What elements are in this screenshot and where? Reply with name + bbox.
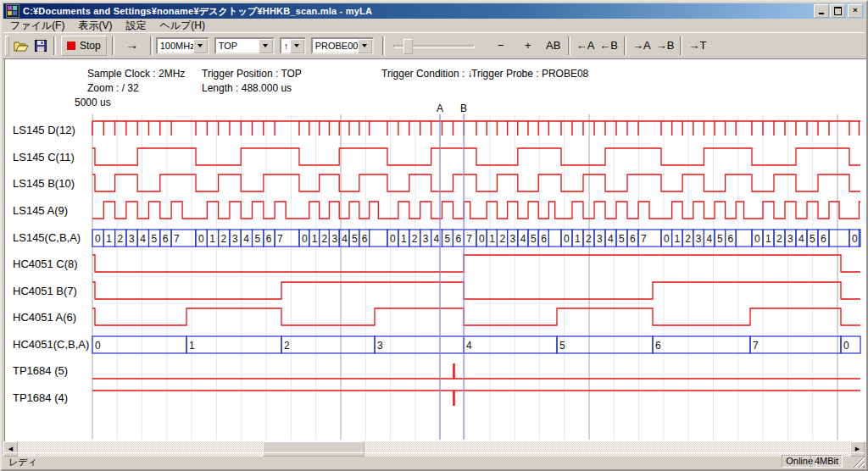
toolbar-grip[interactable] — [5, 36, 9, 56]
trigger-probe-select[interactable]: PROBE00 — [311, 37, 374, 54]
toolbar-separator — [680, 36, 682, 55]
stop-button[interactable]: Stop — [61, 36, 107, 56]
channel-label-3: LS145 A(9) — [13, 204, 68, 217]
menu-file[interactable]: ファイル(F) — [3, 18, 71, 34]
toolbar-separator — [53, 36, 56, 55]
maximize-button[interactable] — [830, 4, 845, 18]
window-title: C:¥Documents and Settings¥noname¥デスクトップ¥… — [23, 5, 813, 18]
trigger-edge-value: ↑ — [281, 41, 290, 51]
title-bar[interactable]: C:¥Documents and Settings¥noname¥デスクトップ¥… — [3, 3, 865, 19]
toolbar-separator — [382, 36, 385, 55]
waveform-client-area: Sample Clock : 2MHz Trigger Position : T… — [4, 58, 868, 442]
channel-label-2: LS145 B(10) — [13, 177, 75, 190]
stop-icon — [67, 42, 75, 50]
channel-label-6: HC4051 B(7) — [13, 285, 77, 297]
trigger-edge-select[interactable]: ↑ — [280, 37, 306, 54]
goto-marker-a-right-button[interactable]: →A — [630, 36, 654, 55]
trigger-position-select[interactable]: TOP — [214, 37, 275, 54]
zoom-in-button[interactable]: + — [517, 36, 539, 55]
zoom-slider[interactable] — [392, 36, 476, 55]
status-bar: レディ Online 4MBit — [3, 452, 865, 468]
trigger-probe-value: PROBE00 — [313, 41, 358, 51]
goto-trigger-button[interactable]: →T — [686, 36, 709, 55]
status-text: レディ — [8, 456, 37, 468]
toolbar-separator — [624, 36, 626, 55]
menu-settings[interactable]: 設定 — [119, 18, 153, 34]
sample-clock-info: Sample Clock : 2MHz — [87, 68, 185, 80]
channel-label-4: LS145(C,B,A) — [13, 231, 81, 244]
application-window: C:¥Documents and Settings¥noname¥デスクトップ¥… — [0, 0, 868, 471]
sample-clock-select[interactable]: 100MHz — [156, 37, 209, 54]
trigger-position-info: Trigger Position : TOP — [202, 68, 302, 80]
channel-label-5: HC4051 C(8) — [13, 258, 78, 270]
channel-label-1: LS145 C(11) — [13, 151, 75, 163]
length-info: Length : 488.000 us — [202, 82, 292, 94]
menu-help[interactable]: ヘルプ(H) — [153, 18, 212, 34]
toolbar-separator — [568, 36, 570, 55]
goto-marker-a-left-button[interactable]: ←A — [574, 36, 598, 55]
channel-label-9: TP1684 (5) — [13, 364, 68, 377]
toolbar-separator — [150, 36, 153, 55]
dropdown-arrow-icon[interactable] — [193, 39, 208, 53]
trigger-condition-info: Trigger Condition : ↓ — [381, 68, 473, 80]
channel-label-7: HC4051 A(6) — [13, 311, 76, 324]
trigger-probe-info: Trigger Probe : PROBE08 — [471, 68, 588, 80]
time-div-label: 5000 us — [75, 97, 111, 108]
memory-status-badge: 4MBit — [810, 455, 843, 468]
open-folder-icon — [14, 40, 29, 52]
zoom-info: Zoom : / 32 — [87, 82, 139, 94]
channel-label-0: LS145 D(12) — [13, 124, 75, 136]
resize-grip[interactable] — [853, 456, 865, 468]
dropdown-arrow-icon[interactable] — [358, 39, 372, 53]
menu-bar: ファイル(F) 表示(V) 設定 ヘルプ(H) — [3, 19, 865, 32]
floppy-disk-icon — [35, 40, 47, 52]
close-button[interactable]: × — [848, 4, 863, 18]
channel-label-8: HC4051(C,B,A) — [13, 338, 89, 351]
channel-label-10: TP1684 (4) — [13, 391, 68, 404]
goto-marker-b-left-button[interactable]: ←B — [597, 36, 620, 55]
toolbar-separator — [112, 36, 114, 55]
trigger-position-value: TOP — [216, 41, 259, 51]
toolbar: Stop → 100MHz TOP ↑ PROBE00 − + AB ←A — [3, 32, 865, 59]
sample-clock-value: 100MHz — [158, 41, 193, 51]
goto-marker-b-right-button[interactable]: →B — [654, 36, 677, 55]
app-icon — [6, 4, 19, 18]
slider-thumb[interactable] — [403, 39, 413, 54]
dropdown-arrow-icon[interactable] — [290, 39, 304, 53]
zoom-out-button[interactable]: − — [490, 36, 512, 55]
open-file-button[interactable] — [11, 36, 31, 55]
run-button[interactable]: → — [118, 36, 147, 55]
menu-view[interactable]: 表示(V) — [71, 18, 119, 34]
dropdown-arrow-icon[interactable] — [259, 39, 273, 53]
stop-label: Stop — [80, 40, 101, 52]
ab-button[interactable]: AB — [542, 36, 565, 55]
minimize-button[interactable] — [814, 4, 829, 18]
save-file-button[interactable] — [31, 36, 50, 55]
